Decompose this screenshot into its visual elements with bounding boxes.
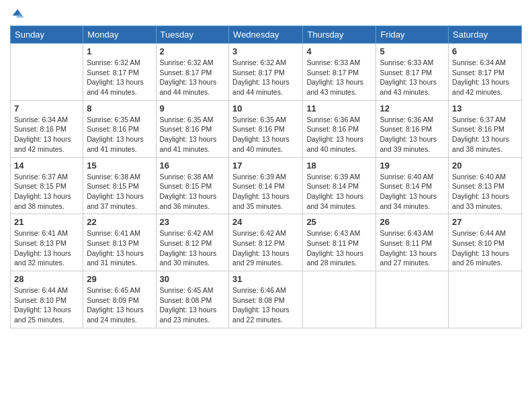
table-row: 20Sunrise: 6:40 AMSunset: 8:13 PMDayligh… [449, 157, 522, 214]
day-info: Sunrise: 6:32 AMSunset: 8:17 PMDaylight:… [160, 58, 226, 97]
day-number: 1 [87, 46, 152, 56]
day-info: Sunrise: 6:41 AMSunset: 8:13 PMDaylight:… [87, 228, 152, 268]
header [10, 7, 522, 21]
day-number: 3 [232, 46, 299, 56]
table-row: 15Sunrise: 6:38 AMSunset: 8:15 PMDayligh… [83, 157, 156, 214]
table-row: 4Sunrise: 6:33 AMSunset: 8:17 PMDaylight… [303, 44, 376, 101]
day-number: 19 [380, 161, 445, 171]
table-row [303, 271, 376, 328]
table-row: 17Sunrise: 6:39 AMSunset: 8:14 PMDayligh… [229, 157, 303, 214]
day-info: Sunrise: 6:42 AMSunset: 8:12 PMDaylight:… [160, 228, 226, 268]
calendar-week-row: 7Sunrise: 6:34 AMSunset: 8:16 PMDaylight… [11, 100, 522, 157]
table-row: 24Sunrise: 6:42 AMSunset: 8:12 PMDayligh… [229, 214, 303, 271]
day-number: 12 [380, 103, 445, 113]
day-number: 13 [452, 103, 518, 113]
col-monday: Monday [83, 26, 156, 44]
table-row: 11Sunrise: 6:36 AMSunset: 8:16 PMDayligh… [303, 100, 376, 157]
day-number: 14 [14, 161, 79, 171]
day-info: Sunrise: 6:39 AMSunset: 8:14 PMDaylight:… [232, 172, 299, 212]
day-number: 24 [232, 217, 299, 227]
table-row: 13Sunrise: 6:37 AMSunset: 8:16 PMDayligh… [449, 100, 522, 157]
day-info: Sunrise: 6:37 AMSunset: 8:16 PMDaylight:… [452, 115, 518, 154]
table-row: 1Sunrise: 6:32 AMSunset: 8:17 PMDaylight… [83, 44, 156, 101]
day-info: Sunrise: 6:35 AMSunset: 8:16 PMDaylight:… [87, 115, 152, 154]
day-info: Sunrise: 6:35 AMSunset: 8:16 PMDaylight:… [160, 115, 226, 154]
logo-icon [10, 7, 25, 21]
table-row: 12Sunrise: 6:36 AMSunset: 8:16 PMDayligh… [376, 100, 449, 157]
day-info: Sunrise: 6:44 AMSunset: 8:10 PMDaylight:… [452, 228, 518, 268]
calendar-table: Sunday Monday Tuesday Wednesday Thursday… [10, 26, 522, 328]
table-row: 9Sunrise: 6:35 AMSunset: 8:16 PMDaylight… [156, 100, 229, 157]
table-row: 3Sunrise: 6:32 AMSunset: 8:17 PMDaylight… [229, 44, 303, 101]
day-info: Sunrise: 6:34 AMSunset: 8:17 PMDaylight:… [452, 58, 518, 97]
table-row: 19Sunrise: 6:40 AMSunset: 8:14 PMDayligh… [376, 157, 449, 214]
day-info: Sunrise: 6:32 AMSunset: 8:17 PMDaylight:… [232, 58, 299, 97]
day-info: Sunrise: 6:43 AMSunset: 8:11 PMDaylight:… [380, 228, 445, 268]
day-info: Sunrise: 6:42 AMSunset: 8:12 PMDaylight:… [232, 228, 299, 268]
day-number: 26 [380, 217, 445, 227]
day-number: 20 [452, 161, 518, 171]
day-number: 11 [306, 103, 372, 113]
table-row: 8Sunrise: 6:35 AMSunset: 8:16 PMDaylight… [83, 100, 156, 157]
day-number: 29 [87, 274, 152, 284]
day-info: Sunrise: 6:37 AMSunset: 8:15 PMDaylight:… [14, 172, 79, 212]
day-info: Sunrise: 6:45 AMSunset: 8:09 PMDaylight:… [87, 285, 152, 325]
table-row [449, 271, 522, 328]
day-number: 2 [160, 46, 226, 56]
table-row: 28Sunrise: 6:44 AMSunset: 8:10 PMDayligh… [11, 271, 83, 328]
day-number: 22 [87, 217, 152, 227]
day-number: 28 [14, 274, 79, 284]
table-row [376, 271, 449, 328]
day-info: Sunrise: 6:43 AMSunset: 8:11 PMDaylight:… [306, 228, 372, 268]
table-row: 25Sunrise: 6:43 AMSunset: 8:11 PMDayligh… [303, 214, 376, 271]
table-row: 7Sunrise: 6:34 AMSunset: 8:16 PMDaylight… [11, 100, 83, 157]
table-row: 6Sunrise: 6:34 AMSunset: 8:17 PMDaylight… [449, 44, 522, 101]
day-info: Sunrise: 6:46 AMSunset: 8:08 PMDaylight:… [232, 285, 299, 325]
calendar-week-row: 21Sunrise: 6:41 AMSunset: 8:13 PMDayligh… [11, 214, 522, 271]
col-tuesday: Tuesday [156, 26, 229, 44]
day-number: 27 [452, 217, 518, 227]
day-number: 8 [87, 103, 152, 113]
col-thursday: Thursday [303, 26, 376, 44]
day-info: Sunrise: 6:32 AMSunset: 8:17 PMDaylight:… [87, 58, 152, 97]
day-info: Sunrise: 6:38 AMSunset: 8:15 PMDaylight:… [87, 172, 152, 212]
table-row: 23Sunrise: 6:42 AMSunset: 8:12 PMDayligh… [156, 214, 229, 271]
col-wednesday: Wednesday [229, 26, 303, 44]
col-saturday: Saturday [449, 26, 522, 44]
day-number: 16 [160, 161, 226, 171]
logo [10, 7, 28, 21]
col-friday: Friday [376, 26, 449, 44]
day-info: Sunrise: 6:34 AMSunset: 8:16 PMDaylight:… [14, 115, 79, 154]
day-number: 18 [306, 161, 372, 171]
calendar-week-row: 1Sunrise: 6:32 AMSunset: 8:17 PMDaylight… [11, 44, 522, 101]
day-number: 7 [14, 103, 79, 113]
table-row: 29Sunrise: 6:45 AMSunset: 8:09 PMDayligh… [83, 271, 156, 328]
day-number: 17 [232, 161, 299, 171]
day-number: 10 [232, 103, 299, 113]
table-row: 26Sunrise: 6:43 AMSunset: 8:11 PMDayligh… [376, 214, 449, 271]
table-row: 18Sunrise: 6:39 AMSunset: 8:14 PMDayligh… [303, 157, 376, 214]
table-row: 2Sunrise: 6:32 AMSunset: 8:17 PMDaylight… [156, 44, 229, 101]
day-number: 5 [380, 46, 445, 56]
table-row: 31Sunrise: 6:46 AMSunset: 8:08 PMDayligh… [229, 271, 303, 328]
day-info: Sunrise: 6:36 AMSunset: 8:16 PMDaylight:… [380, 115, 445, 154]
table-row: 22Sunrise: 6:41 AMSunset: 8:13 PMDayligh… [83, 214, 156, 271]
page: Sunday Monday Tuesday Wednesday Thursday… [0, 0, 532, 411]
table-row [11, 44, 83, 101]
table-row: 21Sunrise: 6:41 AMSunset: 8:13 PMDayligh… [11, 214, 83, 271]
day-info: Sunrise: 6:38 AMSunset: 8:15 PMDaylight:… [160, 172, 226, 212]
day-number: 21 [14, 217, 79, 227]
table-row: 27Sunrise: 6:44 AMSunset: 8:10 PMDayligh… [449, 214, 522, 271]
calendar-week-row: 28Sunrise: 6:44 AMSunset: 8:10 PMDayligh… [11, 271, 522, 328]
day-number: 25 [306, 217, 372, 227]
day-info: Sunrise: 6:40 AMSunset: 8:13 PMDaylight:… [452, 172, 518, 212]
day-info: Sunrise: 6:35 AMSunset: 8:16 PMDaylight:… [232, 115, 299, 154]
day-number: 15 [87, 161, 152, 171]
day-info: Sunrise: 6:44 AMSunset: 8:10 PMDaylight:… [14, 285, 79, 325]
table-row: 30Sunrise: 6:45 AMSunset: 8:08 PMDayligh… [156, 271, 229, 328]
day-info: Sunrise: 6:41 AMSunset: 8:13 PMDaylight:… [14, 228, 79, 268]
calendar-header-row: Sunday Monday Tuesday Wednesday Thursday… [11, 26, 522, 44]
day-number: 4 [306, 46, 372, 56]
day-number: 31 [232, 274, 299, 284]
col-sunday: Sunday [11, 26, 83, 44]
